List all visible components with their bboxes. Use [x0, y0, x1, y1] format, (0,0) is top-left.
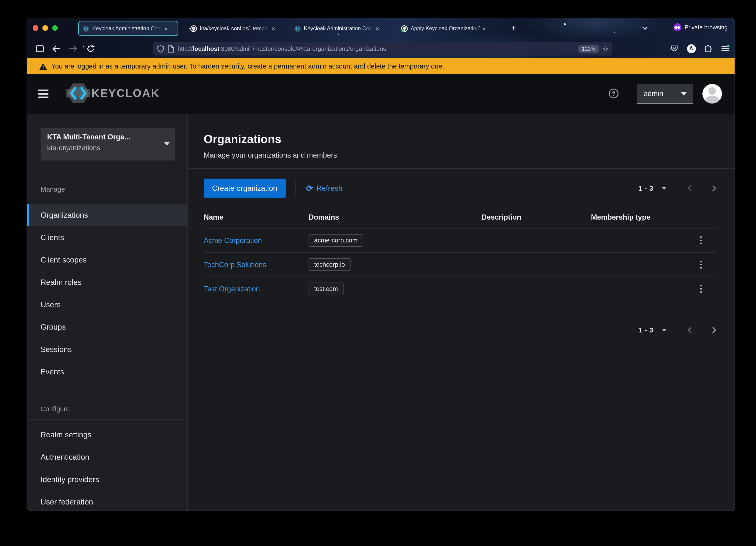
- new-tab-button[interactable]: +: [508, 22, 519, 34]
- tab-github-apply-organizations[interactable]: Apply Keycloak Organizations C ×: [397, 21, 496, 36]
- tab-close-icon[interactable]: ×: [164, 25, 168, 31]
- org-link-acme[interactable]: Acme Corporation: [204, 236, 262, 244]
- screen: Keycloak Administration Consol × kta/key…: [0, 0, 756, 546]
- forward-icon[interactable]: [68, 43, 78, 54]
- sidebar-item-user-federation[interactable]: User federation: [27, 491, 187, 511]
- sidebar-item-organizations[interactable]: Organizations: [27, 204, 187, 226]
- user-dropdown[interactable]: admin: [637, 84, 693, 103]
- chevron-down-icon: [681, 92, 687, 95]
- create-organization-button[interactable]: Create organization: [204, 178, 285, 198]
- sidebar-item-events[interactable]: Events: [27, 361, 187, 383]
- keycloak-wordmark: KEYCLOAK: [91, 87, 160, 100]
- sidebar-divider: [27, 419, 187, 420]
- sidebar-item-client-scopes[interactable]: Client scopes: [27, 248, 187, 271]
- membership-cell: [591, 252, 691, 277]
- sidebar-item-identity-providers[interactable]: Identity providers: [27, 468, 187, 491]
- sidebar-item-users[interactable]: Users: [27, 293, 187, 316]
- pagination-prev-icon[interactable]: [687, 326, 693, 334]
- column-header-description: Description: [481, 207, 591, 228]
- organizations-table: Name Domains Description Membership type…: [204, 207, 717, 301]
- refresh-label: Refresh: [316, 184, 342, 192]
- tab-github-template[interactable]: kta/keycloak-configs/_template ×: [186, 21, 282, 36]
- toolbar-divider: [295, 181, 296, 195]
- pagination-chevron-down-icon[interactable]: [662, 329, 667, 331]
- keycloak-logo[interactable]: KEYCLOAK: [66, 82, 160, 104]
- sidebar-section-configure: Configure: [27, 405, 187, 413]
- org-link-test[interactable]: Test Organization: [204, 285, 260, 293]
- tab-title: kta/keycloak-configs/_template: [200, 26, 269, 31]
- sidebar-item-sessions[interactable]: Sessions: [27, 338, 187, 361]
- pagination-prev-icon[interactable]: [687, 184, 693, 192]
- github-favicon-check: [401, 25, 408, 32]
- sidebar-toggle-icon[interactable]: [34, 43, 45, 54]
- sidebar-item-groups[interactable]: Groups: [27, 316, 187, 338]
- sidebar-item-realm-settings[interactable]: Realm settings: [27, 423, 187, 446]
- sidebar-divider: [27, 199, 187, 200]
- extension-a-icon[interactable]: A: [686, 43, 696, 54]
- sidebar-section-manage: Manage: [27, 185, 187, 193]
- membership-cell: [591, 228, 691, 252]
- column-header-domains: Domains: [309, 207, 481, 228]
- column-header-membership-type: Membership type: [591, 207, 691, 228]
- chevron-down-icon: [164, 142, 170, 145]
- menu-hamburger-icon[interactable]: [720, 43, 730, 54]
- tab-title: Apply Keycloak Organizations C: [411, 26, 480, 31]
- zoom-level-badge[interactable]: 120%: [578, 45, 599, 52]
- warning-triangle-icon: [39, 63, 47, 70]
- bookmark-star-icon[interactable]: ☆: [602, 45, 609, 53]
- pagination-bottom: 1 - 3: [638, 326, 717, 334]
- sidebar-item-authentication[interactable]: Authentication: [27, 446, 187, 468]
- maximize-window-button[interactable]: [52, 25, 58, 31]
- back-icon[interactable]: [51, 43, 62, 54]
- description-cell: [481, 277, 591, 301]
- domain-chip: techcorp.io: [309, 258, 351, 271]
- sidebar-hamburger-icon[interactable]: [38, 89, 48, 99]
- membership-cell: [591, 277, 691, 301]
- tab-title: Keycloak Administration Consol: [92, 26, 161, 31]
- temporary-admin-warning-banner: You are logged in as a temporary admin u…: [27, 58, 735, 74]
- tab-overflow-chevron-down-icon[interactable]: [641, 24, 649, 32]
- extensions-puzzle-icon[interactable]: [703, 43, 713, 54]
- pagination-bottom-bar: 1 - 3: [204, 320, 717, 340]
- tab-close-icon[interactable]: ×: [482, 25, 486, 31]
- close-window-button[interactable]: [33, 25, 38, 31]
- refresh-button[interactable]: ⟳ Refresh: [306, 184, 342, 192]
- shield-icon[interactable]: [157, 45, 164, 52]
- realm-selector[interactable]: KTA Multi-Tenant Orga... kta-organizatio…: [41, 128, 175, 160]
- avatar[interactable]: [702, 84, 722, 103]
- tab-close-icon[interactable]: ×: [272, 25, 275, 31]
- app-body: KTA Multi-Tenant Orga... kta-organizatio…: [27, 114, 735, 511]
- tab-keycloak-admin-console-active[interactable]: Keycloak Administration Consol ×: [78, 21, 178, 36]
- tab-bar: Keycloak Administration Consol × kta/key…: [27, 18, 735, 39]
- page-subtitle: Manage your organizations and members.: [204, 151, 717, 159]
- sidebar-item-clients[interactable]: Clients: [27, 226, 187, 248]
- tab-title: Keycloak Administration Consol: [304, 26, 373, 31]
- browser-chrome: Keycloak Administration Consol × kta/key…: [27, 18, 735, 58]
- sidebar-item-realm-roles[interactable]: Realm roles: [27, 271, 187, 293]
- kebab-menu-icon[interactable]: [695, 236, 707, 244]
- reload-icon[interactable]: [85, 43, 96, 54]
- url-bar[interactable]: http://localhost:8080/admin/master/conso…: [153, 42, 612, 55]
- pagination-chevron-down-icon[interactable]: [662, 187, 667, 189]
- tab-keycloak-admin-console-2[interactable]: Keycloak Administration Consol ×: [290, 21, 386, 36]
- realm-name: KTA Multi-Tenant Orga...: [47, 133, 161, 141]
- minimize-window-button[interactable]: [42, 25, 48, 31]
- table-row: Acme Corporation acme-corp.com: [204, 228, 717, 252]
- browser-window: Keycloak Administration Consol × kta/key…: [27, 18, 735, 511]
- private-browsing-label: Private browsing: [684, 24, 728, 31]
- tab-close-icon[interactable]: ×: [376, 25, 379, 31]
- kebab-menu-icon[interactable]: [695, 285, 707, 293]
- pagination-next-icon[interactable]: [711, 326, 717, 334]
- url-text[interactable]: http://localhost:8080/admin/master/conso…: [178, 45, 575, 52]
- kebab-menu-icon[interactable]: [695, 260, 707, 269]
- help-icon[interactable]: ?: [609, 89, 619, 98]
- table-header-row: Name Domains Description Membership type: [204, 207, 717, 228]
- warning-banner-text: You are logged in as a temporary admin u…: [51, 62, 444, 70]
- page-info-icon[interactable]: [168, 45, 174, 52]
- header-divider: [188, 168, 735, 169]
- org-link-techcorp[interactable]: TechCorp Solutions: [204, 260, 266, 268]
- keycloak-masthead: KEYCLOAK ? admin: [27, 74, 735, 114]
- column-header-actions: [691, 207, 717, 228]
- pagination-next-icon[interactable]: [711, 184, 717, 192]
- pocket-icon[interactable]: [669, 43, 680, 54]
